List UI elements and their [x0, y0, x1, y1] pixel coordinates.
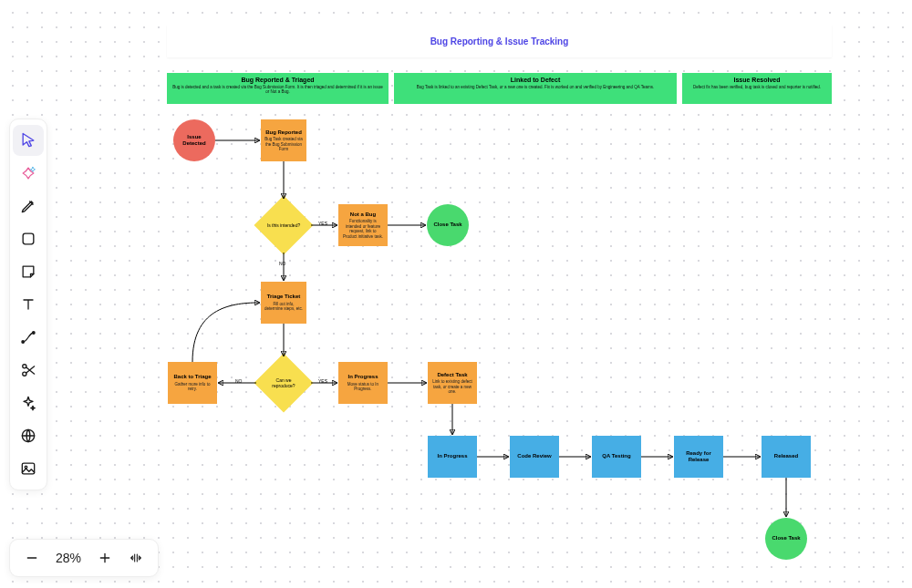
node-close-task-2[interactable]: Close Task: [765, 518, 807, 560]
phase-triaged[interactable]: Bug Reported & Triaged Bug is detected a…: [167, 73, 389, 104]
tool-select[interactable]: [13, 125, 44, 156]
node-title: Defect Task: [437, 372, 467, 379]
zoom-out-button[interactable]: [19, 545, 45, 571]
edge-label-no-2: NO: [235, 378, 243, 384]
node-title: QA Testing: [602, 453, 630, 460]
svg-rect-0: [23, 233, 34, 244]
svg-point-1: [22, 341, 25, 344]
node-in-progress-1[interactable]: In Progress Move status to In Progress.: [338, 362, 388, 404]
tool-globe[interactable]: [13, 420, 44, 451]
phase-title: Bug Reported & Triaged: [172, 77, 383, 83]
edge-label-yes-2: YES: [318, 378, 327, 384]
node-desc: Gather more info to retry.: [171, 382, 213, 392]
node-title: Close Task: [772, 535, 800, 542]
tool-image[interactable]: [13, 453, 44, 484]
phase-desc: Bug is detected and a task is created vi…: [172, 85, 383, 95]
node-title: Issue Detected: [177, 134, 212, 148]
node-desc: Link to existing defect task, or create …: [431, 379, 473, 394]
tool-sticky-note[interactable]: [13, 256, 44, 287]
edge-label-yes-1: YES: [318, 221, 327, 226]
zoom-value[interactable]: 28%: [50, 551, 87, 565]
node-title: In Progress: [347, 374, 378, 381]
node-ready-release[interactable]: Ready for Release: [674, 436, 723, 478]
node-close-task-1[interactable]: Close Task: [427, 204, 469, 246]
toolbar: [9, 119, 47, 490]
diagram-title[interactable]: Bug Reporting & Issue Tracking: [167, 25, 832, 57]
phase-resolved[interactable]: Issue Resolved Defect fix has been verif…: [682, 73, 832, 104]
zoom-in-button[interactable]: [92, 545, 118, 571]
svg-point-7: [25, 466, 27, 468]
node-not-a-bug[interactable]: Not a Bug Functionality is intended or f…: [338, 204, 388, 246]
node-decision-repro[interactable]: Can we reproduce?: [263, 362, 305, 404]
node-title: Bug Reported: [265, 129, 302, 137]
svg-rect-6: [22, 463, 34, 474]
node-desc: Bug Task created via the Bug Submission …: [264, 137, 303, 151]
zoom-bar: 28%: [9, 539, 159, 577]
node-title: Released: [774, 453, 798, 460]
svg-point-2: [33, 332, 36, 335]
node-title: In Progress: [437, 453, 467, 460]
phase-linked[interactable]: Linked to Defect Bug Task is linked to a…: [394, 73, 677, 104]
node-title: Can we reproduce?: [265, 377, 302, 389]
node-desc: Functionality is intended or feature req…: [342, 219, 384, 239]
node-back-to-triage[interactable]: Back to Triage Gather more info to retry…: [168, 362, 217, 404]
node-issue-detected[interactable]: Issue Detected: [173, 119, 215, 161]
node-bug-reported[interactable]: Bug Reported Bug Task created via the Bu…: [261, 119, 306, 161]
node-defect-task[interactable]: Defect Task Link to existing defect task…: [428, 362, 477, 404]
tool-ai[interactable]: [13, 158, 44, 189]
diagram-title-text: Bug Reporting & Issue Tracking: [430, 36, 569, 46]
node-title: Ready for Release: [678, 450, 720, 464]
node-code-review[interactable]: Code Review: [510, 436, 559, 478]
node-title: Is this intended?: [265, 222, 302, 228]
phase-desc: Defect fix has been verified, bug task i…: [688, 85, 826, 89]
tool-connector[interactable]: [13, 322, 44, 353]
node-title: Back to Triage: [173, 374, 211, 381]
node-in-progress-2[interactable]: In Progress: [428, 436, 477, 478]
node-title: Not a Bug: [350, 211, 376, 219]
node-desc: Move status to In Progress.: [342, 382, 384, 392]
tool-magic[interactable]: [13, 387, 44, 418]
zoom-fit-button[interactable]: [123, 545, 149, 571]
phase-title: Linked to Defect: [399, 77, 671, 83]
node-desc: Fill out info, determine steps, etc.: [264, 302, 303, 312]
tool-pen[interactable]: [13, 191, 44, 222]
tool-text[interactable]: [13, 289, 44, 320]
node-title: Code Review: [517, 453, 551, 460]
node-decision-intended[interactable]: Is this intended?: [263, 204, 305, 246]
phase-title: Issue Resolved: [688, 77, 826, 83]
node-released[interactable]: Released: [762, 436, 811, 478]
edge-label-no-1: NO: [279, 261, 286, 266]
node-title: Triage Ticket: [267, 294, 301, 301]
tool-scissors[interactable]: [13, 355, 44, 386]
node-triage-ticket[interactable]: Triage Ticket Fill out info, determine s…: [261, 282, 306, 324]
tool-shape[interactable]: [13, 223, 44, 254]
node-title: Close Task: [433, 222, 461, 229]
node-qa-testing[interactable]: QA Testing: [592, 436, 641, 478]
phase-desc: Bug Task is linked to an existing Defect…: [399, 85, 671, 89]
